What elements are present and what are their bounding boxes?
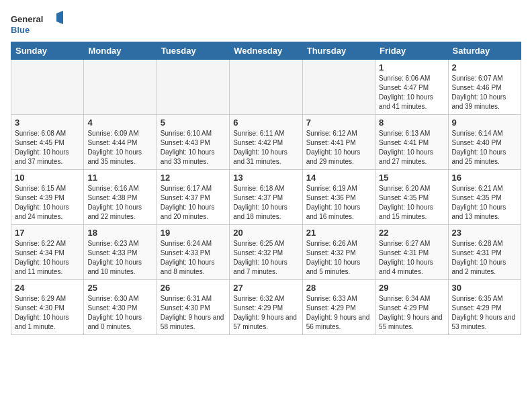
day-info: Sunrise: 6:30 AM Sunset: 4:30 PM Dayligh… [87, 294, 152, 332]
calendar-week-1: 1Sunrise: 6:06 AM Sunset: 4:47 PM Daylig… [11, 60, 521, 115]
day-info: Sunrise: 6:07 AM Sunset: 4:46 PM Dayligh… [452, 74, 517, 111]
day-info: Sunrise: 6:28 AM Sunset: 4:31 PM Dayligh… [452, 239, 517, 277]
calendar-cell: 21Sunrise: 6:26 AM Sunset: 4:32 PM Dayli… [302, 225, 375, 280]
day-info: Sunrise: 6:10 AM Sunset: 4:43 PM Dayligh… [161, 129, 226, 167]
calendar-week-5: 24Sunrise: 6:29 AM Sunset: 4:30 PM Dayli… [11, 280, 521, 335]
day-number: 30 [452, 283, 517, 293]
day-number: 2 [452, 62, 517, 73]
weekday-header-saturday: Saturday [448, 42, 521, 60]
calendar-week-3: 10Sunrise: 6:15 AM Sunset: 4:39 PM Dayli… [11, 170, 521, 225]
day-number: 15 [379, 173, 444, 183]
day-info: Sunrise: 6:16 AM Sunset: 4:38 PM Dayligh… [87, 184, 152, 222]
day-info: Sunrise: 6:17 AM Sunset: 4:37 PM Dayligh… [161, 184, 226, 222]
calendar-cell: 7Sunrise: 6:12 AM Sunset: 4:41 PM Daylig… [302, 115, 375, 170]
day-number: 29 [379, 283, 444, 293]
day-number: 8 [379, 118, 444, 128]
calendar-cell: 26Sunrise: 6:31 AM Sunset: 4:30 PM Dayli… [157, 280, 229, 335]
day-number: 22 [379, 228, 444, 238]
calendar-cell: 27Sunrise: 6:32 AM Sunset: 4:29 PM Dayli… [230, 280, 302, 335]
calendar-cell: 14Sunrise: 6:19 AM Sunset: 4:36 PM Dayli… [302, 170, 375, 225]
day-info: Sunrise: 6:34 AM Sunset: 4:29 PM Dayligh… [379, 294, 444, 332]
calendar-cell: 1Sunrise: 6:06 AM Sunset: 4:47 PM Daylig… [375, 60, 448, 115]
weekday-header-thursday: Thursday [302, 42, 375, 60]
calendar-cell: 17Sunrise: 6:22 AM Sunset: 4:34 PM Dayli… [11, 225, 84, 280]
calendar-cell: 2Sunrise: 6:07 AM Sunset: 4:46 PM Daylig… [448, 60, 521, 115]
weekday-header-monday: Monday [84, 42, 157, 60]
day-number: 6 [233, 118, 298, 128]
calendar-cell: 10Sunrise: 6:15 AM Sunset: 4:39 PM Dayli… [11, 170, 84, 225]
day-number: 5 [161, 118, 226, 128]
day-info: Sunrise: 6:22 AM Sunset: 4:34 PM Dayligh… [15, 239, 80, 277]
calendar-cell [302, 60, 375, 115]
day-number: 24 [15, 283, 80, 293]
generalblue-logo: General Blue [11, 11, 64, 38]
calendar-cell: 30Sunrise: 6:35 AM Sunset: 4:29 PM Dayli… [448, 280, 521, 335]
day-number: 14 [306, 173, 371, 183]
day-number: 9 [452, 118, 517, 128]
calendar-cell: 6Sunrise: 6:11 AM Sunset: 4:42 PM Daylig… [230, 115, 302, 170]
calendar-cell [157, 60, 229, 115]
day-number: 12 [161, 173, 226, 183]
svg-text:Blue: Blue [11, 25, 30, 35]
day-number: 19 [161, 228, 226, 238]
day-number: 4 [87, 118, 152, 128]
day-number: 13 [233, 173, 298, 183]
page-header: General Blue [11, 11, 521, 38]
calendar-cell: 11Sunrise: 6:16 AM Sunset: 4:38 PM Dayli… [84, 170, 157, 225]
day-info: Sunrise: 6:08 AM Sunset: 4:45 PM Dayligh… [15, 129, 80, 167]
calendar-cell: 15Sunrise: 6:20 AM Sunset: 4:35 PM Dayli… [375, 170, 448, 225]
day-info: Sunrise: 6:18 AM Sunset: 4:37 PM Dayligh… [233, 184, 298, 222]
day-number: 7 [306, 118, 371, 128]
svg-marker-2 [56, 11, 63, 24]
day-info: Sunrise: 6:25 AM Sunset: 4:32 PM Dayligh… [233, 239, 298, 277]
calendar-cell: 13Sunrise: 6:18 AM Sunset: 4:37 PM Dayli… [230, 170, 302, 225]
day-info: Sunrise: 6:14 AM Sunset: 4:40 PM Dayligh… [452, 129, 517, 167]
day-info: Sunrise: 6:23 AM Sunset: 4:33 PM Dayligh… [87, 239, 152, 277]
calendar-cell: 16Sunrise: 6:21 AM Sunset: 4:35 PM Dayli… [448, 170, 521, 225]
day-info: Sunrise: 6:12 AM Sunset: 4:41 PM Dayligh… [306, 129, 371, 167]
day-info: Sunrise: 6:31 AM Sunset: 4:30 PM Dayligh… [161, 294, 226, 332]
calendar-cell [84, 60, 157, 115]
calendar-cell: 12Sunrise: 6:17 AM Sunset: 4:37 PM Dayli… [157, 170, 229, 225]
day-info: Sunrise: 6:19 AM Sunset: 4:36 PM Dayligh… [306, 184, 371, 222]
calendar-cell: 29Sunrise: 6:34 AM Sunset: 4:29 PM Dayli… [375, 280, 448, 335]
weekday-header-wednesday: Wednesday [230, 42, 302, 60]
day-number: 17 [15, 228, 80, 238]
calendar-cell: 4Sunrise: 6:09 AM Sunset: 4:44 PM Daylig… [84, 115, 157, 170]
calendar-cell: 24Sunrise: 6:29 AM Sunset: 4:30 PM Dayli… [11, 280, 84, 335]
day-number: 20 [233, 228, 298, 238]
calendar-cell: 25Sunrise: 6:30 AM Sunset: 4:30 PM Dayli… [84, 280, 157, 335]
day-info: Sunrise: 6:26 AM Sunset: 4:32 PM Dayligh… [306, 239, 371, 277]
day-number: 26 [161, 283, 226, 293]
day-info: Sunrise: 6:27 AM Sunset: 4:31 PM Dayligh… [379, 239, 444, 277]
weekday-header-sunday: Sunday [11, 42, 84, 60]
calendar-week-2: 3Sunrise: 6:08 AM Sunset: 4:45 PM Daylig… [11, 115, 521, 170]
calendar-cell: 20Sunrise: 6:25 AM Sunset: 4:32 PM Dayli… [230, 225, 302, 280]
calendar-cell: 22Sunrise: 6:27 AM Sunset: 4:31 PM Dayli… [375, 225, 448, 280]
day-info: Sunrise: 6:09 AM Sunset: 4:44 PM Dayligh… [87, 129, 152, 167]
calendar-cell: 23Sunrise: 6:28 AM Sunset: 4:31 PM Dayli… [448, 225, 521, 280]
day-info: Sunrise: 6:35 AM Sunset: 4:29 PM Dayligh… [452, 294, 517, 332]
calendar-cell [11, 60, 84, 115]
day-number: 18 [87, 228, 152, 238]
weekday-header-tuesday: Tuesday [157, 42, 229, 60]
day-info: Sunrise: 6:06 AM Sunset: 4:47 PM Dayligh… [379, 74, 444, 111]
day-info: Sunrise: 6:32 AM Sunset: 4:29 PM Dayligh… [233, 294, 298, 332]
day-number: 3 [15, 118, 80, 128]
calendar-cell [230, 60, 302, 115]
day-number: 25 [87, 283, 152, 293]
svg-text:General: General [11, 14, 43, 24]
calendar-week-4: 17Sunrise: 6:22 AM Sunset: 4:34 PM Dayli… [11, 225, 521, 280]
day-number: 28 [306, 283, 371, 293]
calendar-cell: 19Sunrise: 6:24 AM Sunset: 4:33 PM Dayli… [157, 225, 229, 280]
day-info: Sunrise: 6:20 AM Sunset: 4:35 PM Dayligh… [379, 184, 444, 222]
day-number: 23 [452, 228, 517, 238]
day-number: 16 [452, 173, 517, 183]
calendar-cell: 9Sunrise: 6:14 AM Sunset: 4:40 PM Daylig… [448, 115, 521, 170]
day-info: Sunrise: 6:15 AM Sunset: 4:39 PM Dayligh… [15, 184, 80, 222]
day-number: 27 [233, 283, 298, 293]
calendar-cell: 18Sunrise: 6:23 AM Sunset: 4:33 PM Dayli… [84, 225, 157, 280]
day-info: Sunrise: 6:11 AM Sunset: 4:42 PM Dayligh… [233, 129, 298, 167]
day-number: 10 [15, 173, 80, 183]
day-info: Sunrise: 6:29 AM Sunset: 4:30 PM Dayligh… [15, 294, 80, 332]
